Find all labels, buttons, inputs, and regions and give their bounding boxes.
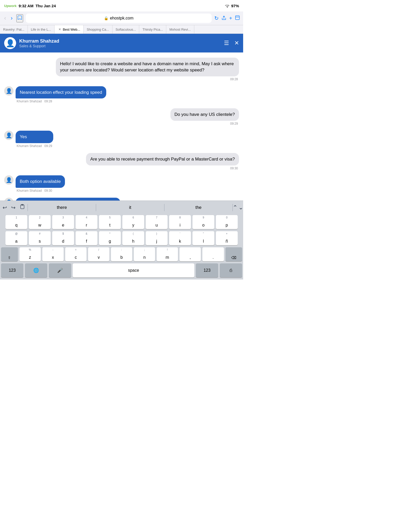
browser-chrome: ‹ › 🔒 ehostpk.com ↻ +: [0, 11, 243, 25]
globe-button[interactable]: 🌐: [25, 263, 47, 277]
key-s[interactable]: #s: [29, 231, 51, 245]
back-button[interactable]: ‹: [3, 15, 7, 22]
autocomplete-there[interactable]: there: [28, 202, 96, 213]
key-z[interactable]: %z: [19, 247, 41, 261]
key-h[interactable]: (h: [122, 231, 144, 245]
meta-received-1: Khurram Shahzad 09:28: [16, 99, 106, 103]
key-q[interactable]: 1q: [5, 215, 27, 229]
tab-ravelry[interactable]: Ravelry: Pat...: [0, 25, 28, 34]
message-avatar-2: 👤: [4, 131, 14, 140]
tab-mxhost[interactable]: Mxhost Revi...: [166, 25, 194, 34]
url-text: ehostpk.com: [110, 16, 134, 21]
key-l[interactable]: "l: [192, 231, 214, 245]
key-b[interactable]: :b: [111, 247, 132, 261]
status-bar: Upwork 9:32 AM Thu Jan 24 97%: [0, 0, 243, 11]
key-y[interactable]: 6y: [122, 215, 144, 229]
chat-area: Hello! I would like to create a website …: [0, 52, 243, 201]
undo-button[interactable]: ↩: [3, 204, 7, 211]
key-m[interactable]: !m: [157, 247, 178, 261]
chat-scroll-area[interactable]: Hello! I would like to create a website …: [0, 52, 243, 201]
reload-button[interactable]: ↻: [214, 15, 219, 21]
bubble-received-2: Yes: [16, 131, 53, 143]
tab-life[interactable]: Life in the L...: [28, 25, 55, 34]
bubble-received-3: Both option available: [16, 175, 65, 188]
close-button[interactable]: ✕: [234, 40, 239, 46]
tab-bestweb[interactable]: ✕ Best Web...: [55, 25, 84, 34]
key-f[interactable]: &f: [76, 231, 97, 245]
bubble-sent-2: Do you have any US clientele?: [170, 108, 239, 121]
key-r[interactable]: 4r: [76, 215, 97, 229]
forward-button[interactable]: ›: [10, 15, 14, 22]
message-content-received-2: Yes Khurram Shahzad 09:29: [16, 131, 53, 148]
message-text-sent-3: Are you able to receive payment through …: [90, 157, 235, 162]
chevron-up-button[interactable]: ⌃: [233, 204, 237, 211]
avatar-icon: 👤: [6, 39, 15, 48]
tab-shopping[interactable]: Shopping Ca...: [84, 25, 112, 34]
key-a[interactable]: @a: [5, 231, 27, 245]
keyboard-bottom-row: 123🌐🎤space123⎙: [0, 262, 243, 280]
bookmarks-button[interactable]: [16, 14, 23, 22]
key-t[interactable]: 5t: [99, 215, 121, 229]
clipboard-button[interactable]: [20, 204, 25, 211]
autocomplete-it[interactable]: it: [96, 202, 164, 213]
key-j[interactable]: )j: [146, 231, 168, 245]
time-received-1: 09:28: [44, 99, 52, 103]
keyboard-hide-button[interactable]: ⎙: [220, 263, 242, 277]
message-row-received-2: 👤 Yes Khurram Shahzad 09:29: [4, 131, 239, 148]
message-content-received-1: Nearest location effect your loading spe…: [16, 86, 106, 103]
key-o[interactable]: 9o: [192, 215, 214, 229]
key-c[interactable]: =c: [65, 247, 87, 261]
key-,[interactable]: ,: [179, 247, 201, 261]
message-content-sent-2: Do you have any US clientele? 09:29: [170, 108, 239, 125]
timestamp-sent-2: 09:29: [170, 122, 239, 125]
bubble-received-4: Which location do you prefer to host you…: [16, 198, 120, 201]
status-left: Upwork 9:32 AM Thu Jan 24: [4, 4, 56, 8]
key-k[interactable]: 'k: [169, 231, 191, 245]
tabs-row: Ravelry: Pat... Life in the L... ✕ Best …: [0, 25, 243, 34]
backspace-button[interactable]: ⌫: [225, 247, 242, 261]
sender-received-3: Khurram Shahzad: [17, 189, 42, 192]
key-n[interactable]: ;n: [134, 247, 155, 261]
chat-header-actions: ☰ ✕: [224, 40, 239, 46]
key-x[interactable]: -x: [42, 247, 64, 261]
keyboard-row-1: 1q2w3e4r5t6y7u8i9o0p: [0, 214, 243, 230]
message-text-sent-2: Do you have any US clientele?: [175, 112, 235, 117]
key-p[interactable]: 0p: [216, 215, 238, 229]
message-avatar-3: 👤: [4, 175, 14, 185]
autocomplete-the[interactable]: the: [164, 202, 232, 213]
tab-thirsty[interactable]: Thirsty Pica...: [139, 25, 166, 34]
message-row-sent-2: Do you have any US clientele? 09:29: [4, 108, 239, 125]
menu-button[interactable]: ☰: [224, 40, 229, 46]
key-g[interactable]: *g: [99, 231, 121, 245]
key-d[interactable]: $d: [52, 231, 74, 245]
key-i[interactable]: 8i: [169, 215, 191, 229]
key-w[interactable]: 2w: [29, 215, 51, 229]
key-ñ[interactable]: +ñ: [216, 231, 238, 245]
tab-close-icon[interactable]: ✕: [58, 27, 62, 31]
share-button[interactable]: [221, 15, 227, 22]
chevrons: ⌃ ⌄: [233, 204, 243, 211]
chat-name: Khurram Shahzad: [19, 38, 221, 44]
tab-softaculous[interactable]: Softaculous...: [112, 25, 139, 34]
key-v[interactable]: /v: [88, 247, 109, 261]
redo-button[interactable]: ↪: [11, 204, 16, 211]
key-e[interactable]: 3e: [52, 215, 74, 229]
mic-button[interactable]: 🎤: [49, 263, 71, 277]
status-right: 97%: [225, 4, 239, 8]
carrier-label: Upwork: [4, 4, 17, 8]
address-bar[interactable]: 🔒 ehostpk.com: [26, 14, 212, 23]
key-u[interactable]: 7u: [146, 215, 168, 229]
key-.[interactable]: .: [202, 247, 224, 261]
shift-button[interactable]: ⇧: [1, 247, 18, 261]
message-content-sent-1: Hello! I would like to create a website …: [56, 58, 239, 81]
chevron-down-button[interactable]: ⌄: [238, 204, 243, 211]
key-123-left[interactable]: 123: [1, 263, 23, 277]
message-content-received-3: Both option available Khurram Shahzad 09…: [16, 175, 65, 192]
space-button[interactable]: space: [73, 263, 194, 277]
sender-received-2: Khurram Shahzad: [17, 144, 42, 148]
key-123-right[interactable]: 123: [196, 263, 218, 277]
add-tab-button[interactable]: +: [229, 15, 232, 21]
tabs-button[interactable]: [235, 15, 240, 22]
message-avatar-4: 👤: [4, 198, 14, 201]
timestamp-sent-3: 09:30: [86, 167, 239, 170]
